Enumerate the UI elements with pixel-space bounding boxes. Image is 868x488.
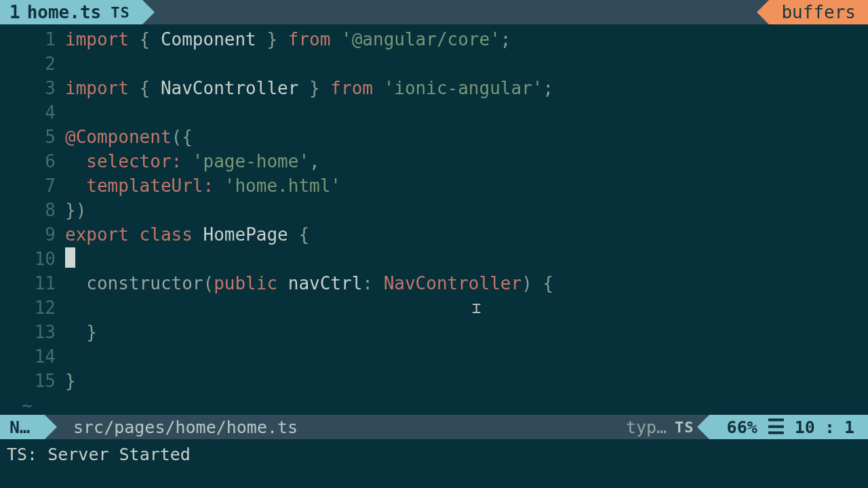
line-number: 1	[0, 27, 65, 52]
line-number: 9	[0, 222, 65, 247]
tab-filename: home.ts	[27, 2, 102, 22]
line-number: 15	[0, 369, 65, 393]
line-number: 3	[0, 76, 65, 100]
code-line: })	[65, 198, 86, 222]
line-number: 10	[0, 247, 65, 271]
file-path: src/pages/home/home.ts	[45, 415, 298, 439]
line-number: 14	[0, 344, 65, 369]
mode-indicator: N…	[0, 415, 45, 439]
line-number: 2	[0, 52, 65, 76]
tabline: 1 home.ts TS buffers	[0, 0, 868, 24]
tab-current[interactable]: 1 home.ts TS	[0, 0, 142, 24]
line-number: 11	[0, 271, 65, 296]
code-line: selector: 'page-home',	[65, 149, 320, 174]
code-line: }	[65, 320, 97, 344]
code-line: import { Component } from '@angular/core…	[65, 27, 511, 52]
line-number: 4	[0, 100, 65, 125]
line-number: 5	[0, 125, 65, 149]
end-of-buffer-tilde: ~	[0, 393, 33, 418]
code-line: templateUrl: 'home.html'	[65, 174, 341, 198]
cursor	[65, 247, 75, 268]
percent-through-file: 66%	[727, 418, 757, 437]
cursor-line: 10	[795, 418, 815, 437]
line-number: 8	[0, 198, 65, 222]
buffers-button[interactable]: buffers	[769, 0, 868, 24]
hamburger-icon: ☰	[767, 417, 785, 437]
cursor-col: 1	[844, 418, 854, 437]
line-number: 12	[0, 296, 65, 320]
code-line: import { NavController } from 'ionic-ang…	[65, 76, 553, 100]
tab-filetype: TS	[111, 4, 130, 21]
code-line	[65, 247, 75, 271]
buffers-label: buffers	[781, 2, 856, 22]
tab-number: 1	[9, 2, 20, 22]
line-number: 13	[0, 320, 65, 344]
statusline: N… src/pages/home/home.ts typ… TS 66% ☰ …	[0, 415, 868, 439]
code-line: constructor(public navCtrl: NavControlle…	[65, 271, 553, 296]
line-number: 7	[0, 174, 65, 198]
code-line: }	[65, 369, 76, 393]
message-line: TS: Server Started	[0, 439, 868, 488]
filetype-segment: typ… TS	[614, 415, 709, 439]
code-line: export class HomePage {	[65, 222, 309, 247]
editor-area[interactable]: 1 import { Component } from '@angular/co…	[0, 24, 868, 415]
line-number: 6	[0, 149, 65, 174]
code-line: @Component({	[65, 125, 193, 149]
position-segment: 66% ☰ 10: 1	[709, 415, 868, 439]
